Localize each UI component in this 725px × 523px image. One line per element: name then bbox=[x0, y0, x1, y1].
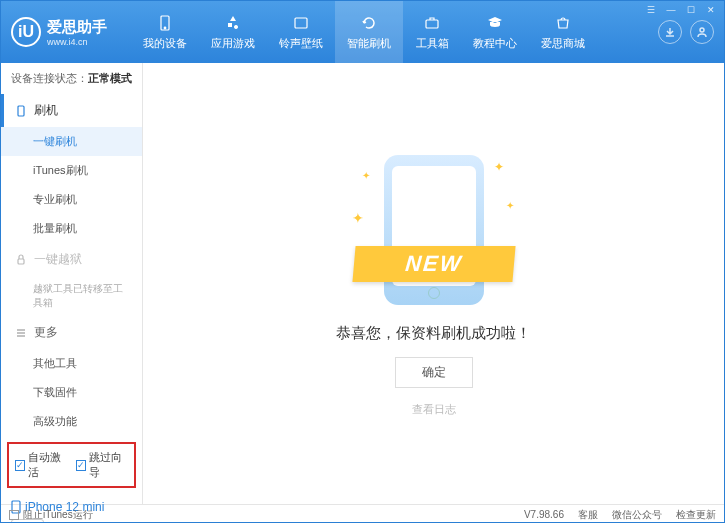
close-button[interactable]: ✕ bbox=[702, 3, 720, 17]
phone-small-icon bbox=[14, 104, 28, 118]
tab-toolbox[interactable]: 工具箱 bbox=[403, 1, 461, 63]
star-icon: ✦ bbox=[352, 210, 364, 226]
checkbox-icon bbox=[9, 510, 19, 520]
svg-rect-2 bbox=[295, 18, 307, 28]
menu-button[interactable]: ☰ bbox=[642, 3, 660, 17]
tab-label: 爱思商城 bbox=[541, 36, 585, 51]
support-link[interactable]: 客服 bbox=[578, 508, 598, 522]
apps-icon bbox=[224, 14, 242, 32]
star-icon: ✦ bbox=[362, 170, 370, 181]
success-illustration: NEW ✦ ✦ ✦ ✦ bbox=[344, 150, 524, 310]
svg-rect-5 bbox=[18, 106, 24, 116]
graduation-icon bbox=[486, 14, 504, 32]
phone-graphic bbox=[384, 155, 484, 305]
section-jailbreak: 一键越狱 越狱工具已转移至工具箱 bbox=[1, 243, 142, 316]
section-jailbreak-header: 一键越狱 bbox=[1, 243, 142, 276]
svg-rect-6 bbox=[18, 259, 24, 264]
section-flash: 刷机 一键刷机 iTunes刷机 专业刷机 批量刷机 bbox=[1, 94, 142, 243]
lock-icon bbox=[14, 253, 28, 267]
section-title: 更多 bbox=[34, 324, 58, 341]
tab-store[interactable]: 爱思商城 bbox=[529, 1, 597, 63]
star-icon: ✦ bbox=[506, 200, 514, 211]
update-link[interactable]: 检查更新 bbox=[676, 508, 716, 522]
tab-label: 我的设备 bbox=[143, 36, 187, 51]
tab-label: 教程中心 bbox=[473, 36, 517, 51]
svg-rect-3 bbox=[426, 20, 438, 28]
footer-right: V7.98.66 客服 微信公众号 检查更新 bbox=[524, 508, 716, 522]
chk-label: 自动激活 bbox=[28, 450, 67, 480]
logo: iU 爱思助手 www.i4.cn bbox=[1, 17, 131, 47]
section-title: 一键越狱 bbox=[34, 251, 82, 268]
nav-tabs: 我的设备 应用游戏 铃声壁纸 智能刷机 工具箱 教程中心 爱思商城 bbox=[131, 1, 658, 63]
sidebar: 设备连接状态：正常模式 刷机 一键刷机 iTunes刷机 专业刷机 批量刷机 一… bbox=[1, 63, 143, 504]
section-more: 更多 其他工具 下载固件 高级功能 bbox=[1, 316, 142, 436]
tab-label: 应用游戏 bbox=[211, 36, 255, 51]
tab-label: 工具箱 bbox=[416, 36, 449, 51]
checkmark-icon: ✓ bbox=[76, 460, 86, 471]
wechat-link[interactable]: 微信公众号 bbox=[612, 508, 662, 522]
connection-status: 设备连接状态：正常模式 bbox=[1, 63, 142, 94]
footer-block-label: 阻止iTunes运行 bbox=[23, 508, 93, 522]
user-button[interactable] bbox=[690, 20, 714, 44]
options-box: ✓ 自动激活 ✓ 跳过向导 bbox=[7, 442, 136, 488]
checkmark-icon: ✓ bbox=[15, 460, 25, 471]
block-itunes-checkbox[interactable]: 阻止iTunes运行 bbox=[9, 508, 93, 522]
section-more-header[interactable]: 更多 bbox=[1, 316, 142, 349]
toolbox-icon bbox=[423, 14, 441, 32]
version-label: V7.98.66 bbox=[524, 509, 564, 520]
checkbox-skip-guide[interactable]: ✓ 跳过向导 bbox=[76, 450, 129, 480]
header: ☰ — ☐ ✕ iU 爱思助手 www.i4.cn 我的设备 应用游戏 铃声壁纸… bbox=[1, 1, 724, 63]
tab-apps[interactable]: 应用游戏 bbox=[199, 1, 267, 63]
success-message: 恭喜您，保资料刷机成功啦！ bbox=[336, 324, 531, 343]
section-flash-header[interactable]: 刷机 bbox=[1, 94, 142, 127]
refresh-icon bbox=[360, 14, 378, 32]
svg-point-4 bbox=[700, 28, 704, 32]
jailbreak-note: 越狱工具已转移至工具箱 bbox=[1, 276, 142, 316]
tab-my-device[interactable]: 我的设备 bbox=[131, 1, 199, 63]
main-content: NEW ✦ ✦ ✦ ✦ 恭喜您，保资料刷机成功啦！ 确定 查看日志 bbox=[143, 63, 724, 504]
chk-label: 跳过向导 bbox=[89, 450, 128, 480]
section-title: 刷机 bbox=[34, 102, 58, 119]
tab-label: 铃声壁纸 bbox=[279, 36, 323, 51]
sidebar-item-download-fw[interactable]: 下载固件 bbox=[1, 378, 142, 407]
confirm-button[interactable]: 确定 bbox=[395, 357, 473, 388]
sidebar-item-itunes[interactable]: iTunes刷机 bbox=[1, 156, 142, 185]
checkbox-auto-activate[interactable]: ✓ 自动激活 bbox=[15, 450, 68, 480]
app-title: 爱思助手 bbox=[47, 18, 107, 37]
conn-value: 正常模式 bbox=[88, 72, 132, 84]
new-ribbon: NEW bbox=[352, 246, 515, 282]
sidebar-item-pro[interactable]: 专业刷机 bbox=[1, 185, 142, 214]
minimize-button[interactable]: — bbox=[662, 3, 680, 17]
wallpaper-icon bbox=[292, 14, 310, 32]
maximize-button[interactable]: ☐ bbox=[682, 3, 700, 17]
header-actions bbox=[658, 20, 724, 44]
svg-point-1 bbox=[164, 27, 166, 29]
conn-label: 设备连接状态： bbox=[11, 72, 88, 84]
view-log-link[interactable]: 查看日志 bbox=[412, 402, 456, 417]
sidebar-item-advanced[interactable]: 高级功能 bbox=[1, 407, 142, 436]
sidebar-item-othertools[interactable]: 其他工具 bbox=[1, 349, 142, 378]
tab-label: 智能刷机 bbox=[347, 36, 391, 51]
download-button[interactable] bbox=[658, 20, 682, 44]
star-icon: ✦ bbox=[494, 160, 504, 174]
tab-flash[interactable]: 智能刷机 bbox=[335, 1, 403, 63]
app-url: www.i4.cn bbox=[47, 37, 107, 47]
window-controls: ☰ — ☐ ✕ bbox=[642, 3, 720, 17]
store-icon bbox=[554, 14, 572, 32]
sidebar-item-batch[interactable]: 批量刷机 bbox=[1, 214, 142, 243]
menu-icon bbox=[14, 326, 28, 340]
phone-icon bbox=[156, 14, 174, 32]
tab-tutorials[interactable]: 教程中心 bbox=[461, 1, 529, 63]
body: 设备连接状态：正常模式 刷机 一键刷机 iTunes刷机 专业刷机 批量刷机 一… bbox=[1, 63, 724, 504]
logo-icon: iU bbox=[11, 17, 41, 47]
sidebar-item-onekey[interactable]: 一键刷机 bbox=[1, 127, 142, 156]
tab-ringtones[interactable]: 铃声壁纸 bbox=[267, 1, 335, 63]
